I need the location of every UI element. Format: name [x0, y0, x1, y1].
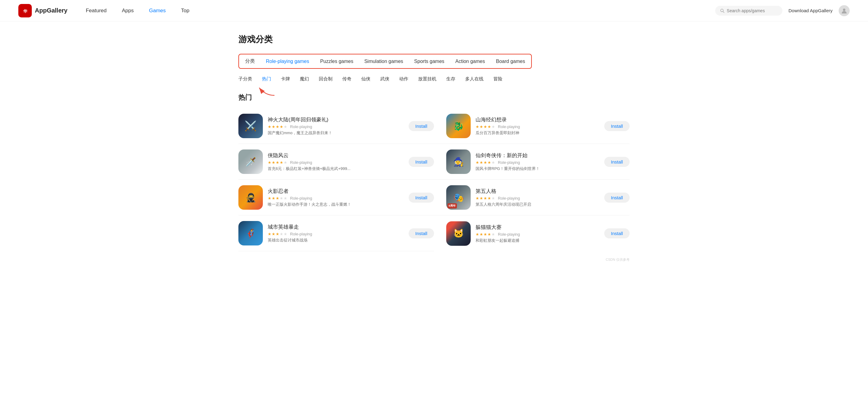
- nav-games[interactable]: Games: [149, 8, 166, 14]
- game-icon-4: 🧙: [446, 150, 471, 174]
- game-desc-6: 第五人格六周年庆活动现已开启: [475, 202, 580, 207]
- game-stars-1: ★★★★★: [268, 124, 288, 129]
- game-stars-4: ★★★★★: [475, 160, 495, 165]
- logo-text: AppGallery: [35, 7, 67, 14]
- game-icon-6: 🎭 6周年: [446, 185, 471, 210]
- game-info-8: 躲猫猫大赛 ★★★★★ Role-playing 和彩虹朋友一起躲避追捕: [475, 224, 599, 243]
- game-meta-8: ★★★★★ Role-playing: [475, 232, 599, 237]
- category-board[interactable]: Board games: [496, 59, 525, 64]
- game-name-7: 城市英雄暴走: [268, 223, 404, 230]
- sub-card[interactable]: 卡牌: [281, 76, 290, 82]
- game-name-4: 仙剑奇侠传：新的开始: [475, 152, 599, 159]
- install-button-5[interactable]: Install: [409, 193, 434, 203]
- game-meta-3: ★★★★★ Role-playing: [268, 160, 404, 165]
- game-stars-3: ★★★★★: [268, 160, 288, 165]
- game-genre-3: Role-playing: [290, 160, 312, 165]
- game-desc-4: 国风卡牌RPG！重开你的仙剑世界！: [475, 166, 580, 171]
- sub-hot[interactable]: 热门: [262, 76, 271, 82]
- game-stars-8: ★★★★★: [475, 232, 495, 237]
- game-desc-7: 英雄出击征讨城市战场: [268, 238, 372, 243]
- game-icon-8: 🐱: [446, 221, 471, 246]
- game-info-4: 仙剑奇侠传：新的开始 ★★★★★ Role-playing 国风卡牌RPG！重开…: [475, 152, 599, 171]
- subcategory-bar: 子分类 热门 卡牌 魔幻 回合制 传奇 仙侠 武侠 动作 放置挂机 生存 多人在…: [238, 76, 630, 82]
- install-button-2[interactable]: Install: [604, 121, 630, 131]
- game-genre-6: Role-playing: [498, 196, 520, 200]
- game-stars-2: ★★★★★: [475, 124, 495, 129]
- user-icon: [841, 7, 847, 14]
- sub-survival[interactable]: 生存: [446, 76, 455, 82]
- sub-wuxia[interactable]: 武侠: [380, 76, 390, 82]
- sub-magic[interactable]: 魔幻: [300, 76, 309, 82]
- game-icon-7: 🦸: [238, 221, 263, 246]
- game-item-4: 🧙 仙剑奇侠传：新的开始 ★★★★★ Role-playing 国风卡牌RPG！…: [434, 144, 630, 180]
- game-item-8: 🐱 躲猫猫大赛 ★★★★★ Role-playing 和彩虹朋友一起躲避追捕 I…: [434, 216, 630, 251]
- game-name-5: 火影忍者: [268, 188, 404, 195]
- nav-apps[interactable]: Apps: [122, 8, 134, 14]
- svg-text:华: 华: [23, 9, 28, 13]
- game-item-5: 🥷 火影忍者 ★★★★★ Role-playing 唯一正版火影动作手游！火之意…: [238, 180, 434, 216]
- game-badge-6: 6周年: [447, 203, 457, 209]
- search-input[interactable]: [727, 8, 778, 13]
- game-info-1: 神火大陆(周年回归领豪礼) ★★★★★ Role-playing 国产魔幻mmo…: [268, 116, 404, 136]
- logo[interactable]: 华 AppGallery: [18, 4, 67, 18]
- game-item-1: ⚔️ 神火大陆(周年回归领豪礼) ★★★★★ Role-playing 国产魔幻…: [238, 108, 434, 144]
- install-button-4[interactable]: Install: [604, 157, 630, 167]
- game-meta-2: ★★★★★ Role-playing: [475, 124, 599, 129]
- game-name-1: 神火大陆(周年回归领豪礼): [268, 116, 404, 123]
- install-button-6[interactable]: Install: [604, 193, 630, 203]
- search-bar[interactable]: [715, 6, 782, 15]
- hot-section-title: 热门: [238, 93, 630, 102]
- game-name-8: 躲猫猫大赛: [475, 224, 599, 231]
- game-desc-5: 唯一正版火影动作手游！火之意志，战斗重燃！: [268, 202, 372, 207]
- install-button-8[interactable]: Install: [604, 228, 630, 239]
- category-label: 分类: [245, 58, 255, 64]
- game-icon-5: 🥷: [238, 185, 263, 210]
- sub-adventure[interactable]: 冒险: [493, 76, 502, 82]
- game-meta-1: ★★★★★ Role-playing: [268, 124, 404, 129]
- sub-mmo[interactable]: 多人在线: [465, 76, 484, 82]
- main-nav: Featured Apps Games Top: [86, 8, 715, 14]
- sub-xianxia[interactable]: 仙侠: [361, 76, 370, 82]
- subcategory-label: 子分类: [238, 76, 252, 82]
- page-title: 游戏分类: [238, 34, 630, 45]
- game-name-6: 第五人格: [475, 188, 599, 195]
- install-button-7[interactable]: Install: [409, 228, 434, 239]
- nav-top[interactable]: Top: [181, 8, 189, 14]
- game-meta-6: ★★★★★ Role-playing: [475, 196, 599, 200]
- sub-legend[interactable]: 传奇: [342, 76, 351, 82]
- category-sports[interactable]: Sports games: [414, 59, 444, 64]
- arrow-annotation: [256, 85, 281, 97]
- category-puzzles[interactable]: Puzzles games: [320, 59, 353, 64]
- game-meta-7: ★★★★★ Role-playing: [268, 232, 404, 236]
- category-action[interactable]: Action games: [455, 59, 485, 64]
- game-genre-7: Role-playing: [290, 232, 312, 236]
- game-desc-8: 和彩虹朋友一起躲避追捕: [475, 238, 580, 243]
- download-appgallery-button[interactable]: Download AppGallery: [788, 8, 833, 13]
- game-item-7: 🦸 城市英雄暴走 ★★★★★ Role-playing 英雄出击征讨城市战场 I…: [238, 216, 434, 251]
- game-name-2: 山海经幻想录: [475, 116, 599, 123]
- nav-featured[interactable]: Featured: [86, 8, 107, 14]
- game-info-2: 山海经幻想录 ★★★★★ Role-playing 瓜分百万异兽蛋即刻封神: [475, 116, 599, 136]
- user-avatar[interactable]: [839, 5, 850, 16]
- install-button-3[interactable]: Install: [409, 157, 434, 167]
- game-grid: ⚔️ 神火大陆(周年回归领豪礼) ★★★★★ Role-playing 国产魔幻…: [238, 108, 630, 251]
- game-name-3: 侠隐风云: [268, 152, 404, 159]
- game-item-2: 🐉 山海经幻想录 ★★★★★ Role-playing 瓜分百万异兽蛋即刻封神 …: [434, 108, 630, 144]
- game-genre-1: Role-playing: [290, 124, 312, 129]
- category-role-playing[interactable]: Role-playing games: [266, 59, 309, 64]
- game-info-6: 第五人格 ★★★★★ Role-playing 第五人格六周年庆活动现已开启: [475, 188, 599, 207]
- game-desc-2: 瓜分百万异兽蛋即刻封神: [475, 130, 580, 136]
- game-info-5: 火影忍者 ★★★★★ Role-playing 唯一正版火影动作手游！火之意志，…: [268, 188, 404, 207]
- install-button-1[interactable]: Install: [409, 121, 434, 131]
- game-item-3: 🗡️ 侠隐风云 ★★★★★ Role-playing 首充6元：极品红装+神兽坐…: [238, 144, 434, 180]
- game-info-7: 城市英雄暴走 ★★★★★ Role-playing 英雄出击征讨城市战场: [268, 223, 404, 243]
- sub-turn[interactable]: 回合制: [319, 76, 333, 82]
- sub-action[interactable]: 动作: [399, 76, 408, 82]
- game-meta-4: ★★★★★ Role-playing: [475, 160, 599, 165]
- footer-note: CSDN 仅供参考: [238, 257, 630, 262]
- sub-idle[interactable]: 放置挂机: [418, 76, 436, 82]
- category-bar: 分类 Role-playing games Puzzles games Simu…: [238, 54, 532, 69]
- game-desc-1: 国产魔幻mmo，魔王之战异兽归来！: [268, 130, 372, 136]
- category-simulation[interactable]: Simulation games: [364, 59, 403, 64]
- game-genre-4: Role-playing: [498, 160, 520, 165]
